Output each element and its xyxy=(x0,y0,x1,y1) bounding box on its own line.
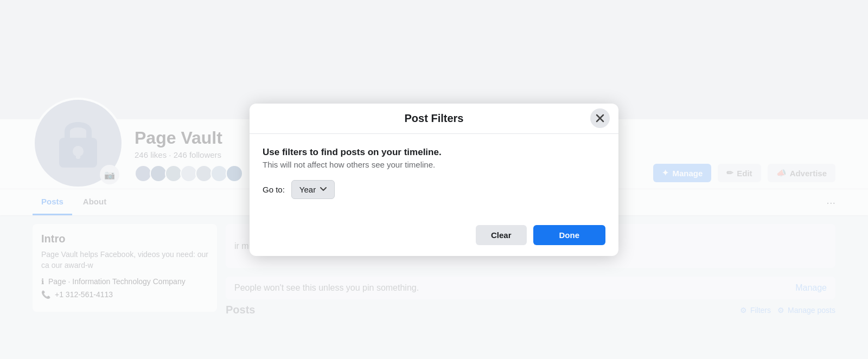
goto-label: Go to: xyxy=(263,185,285,194)
modal-header: Post Filters xyxy=(250,104,618,134)
modal-footer: Clear Done xyxy=(250,219,618,256)
close-icon xyxy=(596,114,604,123)
modal-overlay: Post Filters Use filters to find posts o… xyxy=(0,0,868,359)
filter-heading: Use filters to find posts on your timeli… xyxy=(263,147,605,158)
year-select-label: Year xyxy=(299,185,316,194)
modal-body: Use filters to find posts on your timeli… xyxy=(250,134,618,219)
modal-title: Post Filters xyxy=(405,112,464,124)
clear-button[interactable]: Clear xyxy=(476,225,527,245)
done-button[interactable]: Done xyxy=(533,225,606,245)
post-filters-modal: Post Filters Use filters to find posts o… xyxy=(250,104,618,256)
modal-close-button[interactable] xyxy=(590,108,610,128)
goto-row: Go to: Year xyxy=(263,180,605,199)
chevron-down-icon xyxy=(320,187,327,191)
filter-subtext: This will not affect how others see your… xyxy=(263,160,605,169)
year-select-dropdown[interactable]: Year xyxy=(291,180,335,199)
